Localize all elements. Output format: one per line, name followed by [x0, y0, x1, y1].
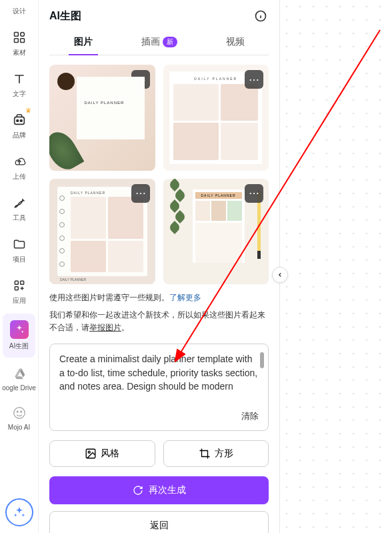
svg-point-15	[89, 452, 91, 454]
tab-videos[interactable]: 视频	[221, 29, 250, 55]
new-badge: 新	[163, 37, 177, 47]
svg-point-11	[17, 411, 18, 412]
image-more-button[interactable]: ⋯	[245, 184, 263, 203]
prompt-text[interactable]: Create a minimalist daily planner templa…	[59, 352, 259, 402]
back-button[interactable]: 返回	[49, 511, 269, 533]
refresh-icon	[133, 485, 143, 496]
fab-button[interactable]	[5, 498, 33, 526]
info-button[interactable]	[253, 8, 269, 24]
sidebar-item-brand[interactable]: ♛ 品牌	[0, 105, 38, 147]
svg-rect-9	[15, 287, 18, 290]
results-scroll[interactable]: ⋯ DAILY PLANNER ⋯ DAILY PLANNER	[49, 65, 269, 533]
svg-rect-4	[14, 117, 24, 124]
disclaimer-text: 使用这些图片时需遵守一些规则。了解更多	[49, 292, 269, 304]
prompt-scrollbar[interactable]	[260, 352, 264, 368]
svg-point-10	[13, 408, 25, 419]
left-sidebar: 设计 素材 文字 ♛ 品牌 上传	[0, 0, 39, 533]
elements-icon	[11, 29, 27, 45]
svg-rect-2	[14, 39, 18, 43]
svg-rect-7	[15, 281, 18, 284]
svg-rect-3	[20, 39, 24, 43]
tabs-row: 图片 插画 新 视频	[49, 29, 269, 55]
sidebar-item-draw[interactable]: 工具	[0, 188, 38, 229]
learn-more-link[interactable]: 了解更多	[169, 293, 201, 302]
tab-images[interactable]: 图片	[69, 29, 98, 55]
image-icon	[85, 448, 97, 460]
svg-rect-0	[14, 33, 18, 37]
collapse-panel-button[interactable]	[272, 267, 288, 283]
svg-point-6	[20, 120, 22, 122]
tab-illustrations[interactable]: 插画 新	[136, 29, 183, 55]
sidebar-item-upload[interactable]: 上传	[0, 147, 38, 188]
result-image-1[interactable]: ⋯	[49, 65, 155, 171]
style-button[interactable]: 风格	[49, 440, 155, 467]
sidebar-item-projects[interactable]: 项目	[0, 229, 38, 271]
regenerate-button[interactable]: 再次生成	[49, 476, 269, 504]
draw-icon	[11, 195, 27, 211]
panel-title: AI生图	[49, 9, 81, 23]
sidebar-item-elements[interactable]: 素材	[0, 23, 38, 64]
mojo-icon	[11, 405, 27, 421]
sidebar-item-text[interactable]: 文字	[0, 64, 38, 105]
svg-rect-8	[20, 281, 23, 284]
text-icon	[11, 71, 27, 87]
image-more-button[interactable]: ⋯	[131, 70, 150, 89]
google-drive-icon	[11, 366, 27, 382]
sidebar-item-mojo-ai[interactable]: Mojo AI	[0, 398, 38, 438]
image-more-button[interactable]: ⋯	[131, 184, 150, 203]
folder-icon	[11, 236, 27, 252]
svg-point-12	[20, 411, 21, 412]
prompt-input-box[interactable]: Create a minimalist daily planner templa…	[49, 344, 269, 431]
apps-icon	[11, 278, 27, 294]
ai-sparkle-icon	[10, 320, 29, 339]
report-images-link[interactable]: 举报图片	[89, 323, 121, 332]
chevron-left-icon	[277, 272, 283, 278]
sidebar-item-apps[interactable]: 应用	[0, 271, 38, 312]
result-image-2[interactable]: DAILY PLANNER ⋯	[163, 65, 269, 171]
ai-image-panel: AI生图 图片 插画 新 视频 ⋯	[39, 0, 280, 533]
feedback-note: 我们希望和你一起改进这个新技术，所以如果这些图片看起来不合适，请举报图片。	[49, 309, 269, 334]
svg-point-5	[16, 120, 18, 122]
result-image-4[interactable]: DAILY PLANNER ⋯	[163, 179, 269, 285]
result-image-3[interactable]: DAILY PLANNER DAILY PLANNER ⋯	[49, 179, 155, 285]
svg-point-1	[20, 33, 24, 37]
sidebar-item-ai-image[interactable]: AI生图	[3, 314, 35, 358]
sidebar-item-google-drive[interactable]: oogle Drive	[0, 359, 38, 398]
image-more-button[interactable]: ⋯	[245, 70, 263, 89]
canvas-area[interactable]	[280, 0, 392, 533]
brand-icon	[11, 112, 27, 128]
crop-icon	[199, 448, 211, 460]
aspect-button[interactable]: 方形	[163, 440, 269, 467]
sidebar-item-design[interactable]: 设计	[0, 0, 38, 23]
crown-icon: ♛	[25, 107, 31, 114]
clear-button[interactable]: 清除	[59, 410, 259, 422]
upload-icon	[11, 153, 27, 169]
